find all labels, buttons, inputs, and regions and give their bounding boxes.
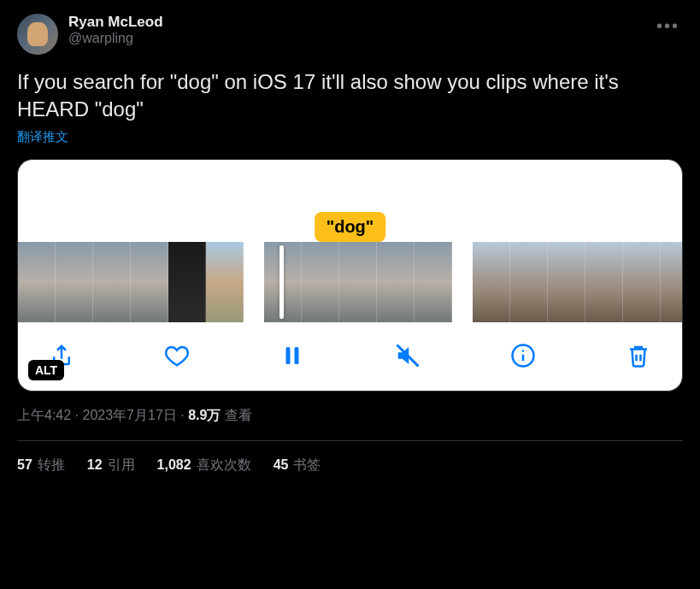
video-frame — [623, 242, 661, 322]
quotes-stat[interactable]: 12引用 — [87, 456, 135, 474]
mute-icon[interactable] — [393, 341, 422, 370]
views-count: 8.9万 — [188, 408, 221, 422]
video-frame — [18, 242, 56, 322]
clip-group — [18, 242, 244, 322]
video-frame — [206, 242, 244, 322]
display-name: Ryan McLeod — [68, 14, 643, 31]
views-label: 查看 — [225, 408, 252, 422]
media-top: "dog" — [18, 160, 682, 242]
video-frame — [415, 242, 452, 322]
tweet-stats: 57转推 12引用 1,082喜欢次数 45书签 — [17, 441, 683, 474]
video-frame — [377, 242, 415, 322]
heart-icon[interactable] — [162, 341, 191, 370]
svg-point-5 — [522, 350, 525, 352]
tweet-date[interactable]: 2023年7月17日 — [82, 408, 176, 422]
search-term-label: "dog" — [315, 212, 386, 242]
likes-stat[interactable]: 1,082喜欢次数 — [157, 456, 251, 474]
clip-group — [264, 242, 452, 322]
alt-badge[interactable]: ALT — [28, 360, 64, 380]
video-frame — [168, 242, 206, 322]
video-frame — [585, 242, 623, 322]
retweets-stat[interactable]: 57转推 — [17, 456, 65, 474]
user-handle: @warpling — [68, 31, 643, 46]
video-frame — [131, 242, 168, 322]
media-toolbar — [18, 322, 682, 391]
video-frame — [339, 242, 377, 322]
video-filmstrip[interactable] — [18, 242, 682, 322]
video-frame — [93, 242, 131, 322]
video-frame — [510, 242, 548, 322]
video-frame — [56, 242, 93, 322]
tweet-time[interactable]: 上午4:42 — [17, 408, 71, 422]
pause-icon[interactable] — [278, 341, 307, 370]
video-frame — [302, 242, 339, 322]
bookmarks-stat[interactable]: 45书签 — [274, 456, 321, 474]
svg-rect-1 — [295, 347, 299, 364]
svg-rect-0 — [286, 347, 291, 364]
info-icon[interactable] — [509, 341, 538, 370]
trash-icon[interactable] — [624, 341, 653, 370]
more-icon[interactable]: ••• — [653, 14, 683, 38]
tweet-header: Ryan McLeod @warpling ••• — [17, 14, 683, 55]
tweet-meta: 上午4:42 · 2023年7月17日 · 8.9万 查看 — [17, 407, 683, 425]
tweet-text: If you search for "dog" on iOS 17 it'll … — [17, 68, 683, 124]
tweet-container: Ryan McLeod @warpling ••• If you search … — [0, 0, 700, 474]
avatar[interactable] — [17, 14, 58, 55]
video-frame — [473, 242, 510, 322]
video-frame — [548, 242, 585, 322]
playhead[interactable] — [279, 245, 284, 319]
translate-link[interactable]: 翻译推文 — [17, 129, 68, 145]
video-frame — [661, 242, 683, 322]
user-info[interactable]: Ryan McLeod @warpling — [68, 14, 643, 46]
clip-group — [473, 242, 683, 322]
media-card[interactable]: "dog" — [17, 159, 683, 392]
